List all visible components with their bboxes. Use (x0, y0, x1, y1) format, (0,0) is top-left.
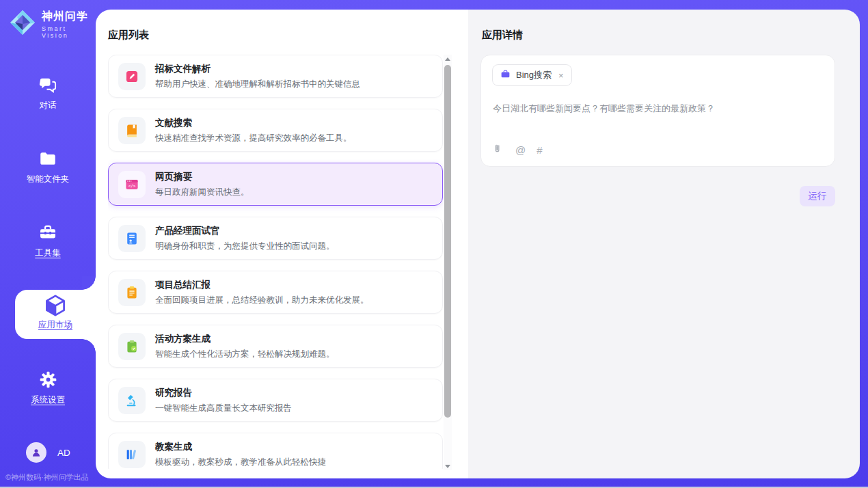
user-initials: AD (57, 448, 70, 458)
gear-icon (0, 370, 96, 389)
app-list-panel: 应用列表 招标文件解析 帮助用户快速、准确地理解和解析招标书中的关键信息 (96, 10, 468, 478)
sidebar-item-settings[interactable]: 系统设置 (0, 370, 96, 406)
question-input[interactable]: 今日湖北有哪些新闻要点？有哪些需要关注的最新政策？ (493, 102, 821, 116)
app-card-desc: 全面回顾项目进展，总结经验教训，助力未来优化发展。 (155, 295, 369, 306)
sidebar-item-smart-folder[interactable]: 智能文件夹 (0, 149, 96, 185)
scrollbar-up-arrow[interactable] (444, 55, 452, 63)
tool-tag-bing-search[interactable]: Bing搜索 × (492, 64, 572, 86)
app-list-title: 应用列表 (108, 29, 149, 42)
app-card-title: 项目总结汇报 (155, 279, 369, 291)
sidebar-item-label: 智能文件夹 (0, 174, 96, 185)
mention-icon[interactable]: @ (515, 145, 526, 155)
run-button[interactable]: 运行 (800, 186, 835, 206)
app-card-activity-plan[interactable]: 活动方案生成 智能生成个性化活动方案，轻松解决规划难题。 (108, 325, 443, 368)
hashtag-icon[interactable]: # (537, 145, 542, 155)
user-account[interactable]: AD (26, 442, 70, 463)
paperclip-icon[interactable] (493, 143, 504, 157)
toolbox-icon (0, 223, 96, 242)
app-card-title: 产品经理面试官 (155, 225, 335, 237)
sidebar-item-label: 应用市场 (15, 319, 96, 331)
app-card-title: 招标文件解析 (155, 63, 360, 75)
person-icon (30, 446, 42, 459)
tool-tag-label: Bing搜索 (516, 69, 552, 81)
active-bubble-curve-top (82, 276, 96, 290)
sidebar-item-label: 对话 (0, 100, 96, 111)
clipboard-icon (118, 279, 146, 306)
app-card-web-summary-selected[interactable]: </> 网页摘要 每日政府新闻资讯快查。 (108, 163, 443, 206)
copyright-text: ©神州数码·神州问学出品 (5, 472, 89, 483)
app-card-desc: 模板驱动，教案秒成，教学准备从此轻松快捷 (155, 457, 326, 468)
app-card-title: 活动方案生成 (155, 333, 335, 345)
brand-name: 神州问学 (42, 10, 96, 24)
app-card-title: 教案生成 (155, 441, 326, 453)
sidebar-item-chat[interactable]: 对话 (0, 75, 96, 111)
sidebar-item-toolset[interactable]: 工具集 (0, 223, 96, 259)
app-card-bid-parse[interactable]: 招标文件解析 帮助用户快速、准确地理解和解析招标书中的关键信息 (108, 55, 443, 98)
app-card-desc: 智能生成个性化活动方案，轻松解决规划难题。 (155, 349, 335, 360)
app-card-pm-interviewer[interactable]: 产品经理面试官 明确身份和职责，为您提供专业性的面试问题。 (108, 217, 443, 260)
app-list-scrollbar[interactable] (444, 55, 452, 470)
sidebar-item-app-market-active[interactable]: 应用市场 (15, 290, 96, 339)
app-card-project-summary[interactable]: 项目总结汇报 全面回顾项目进展，总结经验教训，助力未来优化发展。 (108, 271, 443, 314)
sidebar-item-label: 系统设置 (0, 394, 96, 406)
app-card-desc: 每日政府新闻资讯快查。 (155, 187, 249, 198)
scrollbar-thumb[interactable] (444, 65, 451, 418)
app-list-scroll-area: 招标文件解析 帮助用户快速、准确地理解和解析招标书中的关键信息 文献搜索 快速精… (108, 55, 443, 469)
avatar[interactable] (26, 442, 46, 463)
app-card-desc: 一键智能生成高质量长文本研究报告 (155, 403, 292, 414)
app-card-title: 研究报告 (155, 387, 292, 399)
app-card-desc: 快速精准查找学术资源，提高研究效率的必备工具。 (155, 133, 352, 144)
brand-diamond-icon (9, 9, 36, 39)
interviewer-doc-icon (118, 225, 146, 252)
app-card-lesson-plan[interactable]: 教案生成 模板驱动，教案秒成，教学准备从此轻松快捷 (108, 433, 443, 469)
book-icon (118, 117, 146, 144)
app-detail-title: 应用详情 (482, 29, 523, 42)
app-card-desc: 帮助用户快速、准确地理解和解析招标书中的关键信息 (155, 79, 360, 90)
cube-icon (15, 293, 96, 318)
brand-tagline: Smart Vision (42, 25, 96, 39)
sidebar: 神州问学 Smart Vision 对话 智能文件夹 (0, 0, 96, 488)
sidebar-item-label: 工具集 (0, 247, 96, 259)
microscope-icon (118, 387, 146, 414)
active-bubble-curve-bottom (82, 339, 96, 353)
main-content: 应用列表 招标文件解析 帮助用户快速、准确地理解和解析招标书中的关键信息 (96, 10, 860, 478)
app-card-title: 网页摘要 (155, 171, 249, 183)
app-input-card: Bing搜索 × 今日湖北有哪些新闻要点？有哪些需要关注的最新政策？ @ # (480, 55, 835, 167)
svg-text:</>: </> (128, 182, 136, 187)
clipboard-check-icon (118, 333, 146, 360)
books-icon (118, 441, 146, 468)
scrollbar-down-arrow[interactable] (444, 462, 452, 470)
attachment-toolbar: @ # (493, 143, 543, 157)
app-card-title: 文献搜索 (155, 117, 352, 129)
brand-logo: 神州问学 Smart Vision (9, 9, 96, 39)
app-card-research-report[interactable]: 研究报告 一键智能生成高质量长文本研究报告 (108, 379, 443, 422)
app-detail-panel: 应用详情 Bing搜索 × 今日湖北有哪些新闻要点？有哪些需要关注的最新政策？ (468, 10, 860, 478)
tag-close-icon[interactable]: × (558, 71, 564, 80)
chat-icon (0, 75, 96, 94)
web-summary-icon: </> (118, 171, 146, 198)
bid-parse-icon (118, 63, 146, 90)
app-card-literature-search[interactable]: 文献搜索 快速精准查找学术资源，提高研究效率的必备工具。 (108, 109, 443, 152)
app-card-desc: 明确身份和职责，为您提供专业性的面试问题。 (155, 241, 335, 252)
briefcase-icon (500, 69, 511, 82)
folder-icon (0, 149, 96, 168)
